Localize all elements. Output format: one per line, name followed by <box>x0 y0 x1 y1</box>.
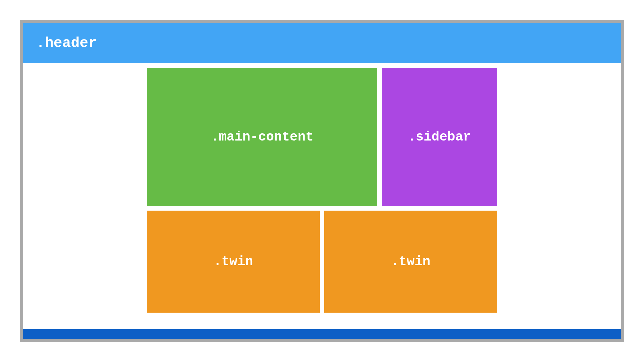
main-content-region: .main-content <box>147 68 377 206</box>
twin-region-1: .twin <box>147 211 320 313</box>
main-content-label: .main-content <box>211 130 313 144</box>
twin-label-2: .twin <box>391 254 430 269</box>
layout-diagram-frame: .header .main-content .sidebar .twin .tw… <box>20 20 624 342</box>
twin-region-2: .twin <box>324 211 497 313</box>
header-region: .header <box>23 23 621 63</box>
content-area: .main-content .sidebar .twin .twin <box>23 63 621 329</box>
footer-region <box>23 329 621 339</box>
header-label: .header <box>36 35 97 51</box>
grid-wrap: .main-content .sidebar .twin .twin <box>147 68 497 329</box>
sidebar-region: .sidebar <box>382 68 497 206</box>
twin-label-1: .twin <box>213 254 253 269</box>
sidebar-label: .sidebar <box>408 130 471 144</box>
twins-row: .twin .twin <box>147 211 497 313</box>
